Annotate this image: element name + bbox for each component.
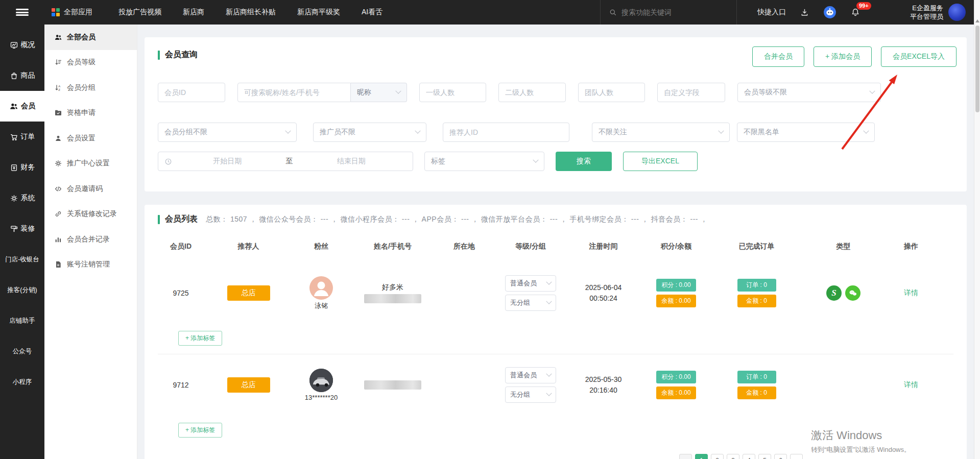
two-users-icon <box>9 102 18 111</box>
pagination-page[interactable]: 5 <box>758 454 771 459</box>
sidebar-item-system[interactable]: 系统 <box>0 183 44 213</box>
scrollbar-thumb[interactable] <box>975 26 979 112</box>
column-header: 所在地 <box>453 242 475 251</box>
download-icon[interactable] <box>800 8 809 17</box>
referrer-id-input[interactable] <box>449 128 563 136</box>
submenu-label: 全部会员 <box>67 33 95 42</box>
sidebar-item-goods[interactable]: 商品 <box>0 60 44 91</box>
submenu-merge-log[interactable]: 会员合并记录 <box>44 227 137 252</box>
submenu-relation-log[interactable]: 关系链修改记录 <box>44 202 137 227</box>
wechat-icon <box>845 285 861 301</box>
sidebar-item-member[interactable]: 会员 <box>0 91 44 122</box>
topnav-item[interactable]: 新店商 <box>183 8 204 17</box>
yuan-book-icon <box>10 163 18 172</box>
date-range-picker[interactable]: 开始日期 至 结束日期 <box>158 152 413 171</box>
keyword-type-value: 昵称 <box>357 88 371 97</box>
sidebar-item-decorate[interactable]: 装修 <box>0 213 44 244</box>
sidebar-item-pos[interactable]: 门店-收银台 <box>0 244 44 275</box>
member-id-input[interactable] <box>164 88 219 96</box>
member-group-select[interactable]: 无分组 <box>505 386 556 403</box>
pagination-next[interactable]: › <box>790 454 803 459</box>
start-date-placeholder[interactable]: 开始日期 <box>172 157 283 166</box>
member-level-select[interactable]: 会员等级不限 <box>737 83 881 102</box>
submenu-member-setting[interactable]: 会员设置 <box>44 126 137 151</box>
sidebar-item-official-account[interactable]: 公众号 <box>0 336 44 367</box>
submenu-member-group[interactable]: AZ 会员分组 <box>44 75 137 101</box>
member-level-select[interactable]: 普通会员 <box>505 367 556 383</box>
follow-select[interactable]: 不限关注 <box>592 123 730 142</box>
topnav-item[interactable]: 投放广告视频 <box>118 8 161 17</box>
shopping-bag-icon <box>10 71 18 80</box>
submenu-invite-code[interactable]: 会员邀请码 <box>44 176 137 202</box>
sidebar-label: 公众号 <box>13 347 32 356</box>
quick-entry-link[interactable]: 快捷入口 <box>757 8 786 17</box>
tag-select[interactable]: 标签 <box>424 152 544 171</box>
notification-badge: 99+ <box>856 2 871 10</box>
end-date-placeholder[interactable]: 结束日期 <box>296 157 407 166</box>
add-tag-button[interactable]: + 添加标签 <box>178 331 222 346</box>
topnav-item[interactable]: 新店商组长补贴 <box>226 8 276 17</box>
sidebar-item-order[interactable]: 订单 <box>0 122 44 152</box>
avatar[interactable] <box>948 4 966 21</box>
hamburger-menu-icon[interactable] <box>0 8 44 17</box>
account-menu[interactable]: E企盈服务 平台管理员 <box>910 4 966 21</box>
level2-count-input[interactable] <box>505 88 559 96</box>
search-input[interactable] <box>622 8 719 16</box>
detail-link[interactable]: 详情 <box>904 288 918 298</box>
submenu-member-level[interactable]: 会员等级 <box>44 50 137 76</box>
level1-count-input[interactable] <box>426 88 480 96</box>
submenu-all-members[interactable]: 全部会员 <box>44 25 137 50</box>
pagination-prev[interactable]: ‹ <box>679 454 692 459</box>
sidebar-label: 店铺助手 <box>10 317 35 325</box>
chevron-down-icon <box>546 299 552 304</box>
detail-link[interactable]: 详情 <box>904 380 918 390</box>
all-apps-button[interactable]: 全部应用 <box>52 8 92 17</box>
custom-field-input[interactable] <box>664 88 719 96</box>
blacklist-select[interactable]: 不限黑名单 <box>737 123 875 142</box>
vertical-scrollbar[interactable] <box>974 0 980 459</box>
promoter-select[interactable]: 推广员不限 <box>313 123 426 142</box>
topnav-item[interactable]: 新店商平级奖 <box>297 8 340 17</box>
submenu-promotion-setting[interactable]: 推广中心设置 <box>44 151 137 177</box>
sidebar-item-finance[interactable]: 财务 <box>0 152 44 183</box>
submenu-account-cancel[interactable]: 账号注销管理 <box>44 252 137 278</box>
team-count-input[interactable] <box>585 88 638 96</box>
pagination-page[interactable]: 1 <box>695 454 708 459</box>
sidebar-item-shop-assistant[interactable]: 店铺助手 <box>0 305 44 336</box>
sidebar-item-distribution[interactable]: 推客(分销) <box>0 275 44 305</box>
member-avatar[interactable] <box>309 369 333 392</box>
pagination-page[interactable]: 4 <box>743 454 755 459</box>
export-excel-button[interactable]: 导出EXCEL <box>623 152 698 171</box>
keyword-input[interactable] <box>244 88 344 96</box>
add-tag-button[interactable]: + 添加标签 <box>178 423 222 438</box>
notifications-bell-icon[interactable]: 99+ <box>850 7 861 17</box>
row-divider <box>158 354 953 354</box>
pagination-page[interactable]: 3 <box>727 454 739 459</box>
referrer-button[interactable]: 总店 <box>227 285 270 301</box>
merge-member-button[interactable]: 合并会员 <box>752 46 804 67</box>
search-button[interactable]: 搜索 <box>556 152 612 171</box>
submenu-label: 关系链修改记录 <box>67 209 117 219</box>
add-member-button[interactable]: + 添加会员 <box>814 46 872 67</box>
pagination-page[interactable]: 6 <box>774 454 787 459</box>
topnav-item[interactable]: AI看舌 <box>362 8 383 17</box>
keyword-type-select[interactable]: 昵称 <box>351 83 407 102</box>
member-group-select[interactable]: 会员分组不限 <box>158 123 297 142</box>
orders-cell: 订单 : 0 金额 : 0 <box>737 279 776 307</box>
submenu-qualification[interactable]: 资格申请 <box>44 101 137 126</box>
member-group-select[interactable]: 无分组 <box>505 295 556 311</box>
clock-icon <box>164 158 172 165</box>
member-group-value: 会员分组不限 <box>164 128 207 137</box>
member-avatar[interactable] <box>309 276 333 300</box>
referrer-button[interactable]: 总店 <box>227 377 270 393</box>
register-date: 2025-06-04 <box>585 282 622 293</box>
list-header: 会员列表 总数： 1507 ， 微信公众号会员： --- ， 微信小程序会员： … <box>158 214 953 225</box>
member-excel-import-button[interactable]: 会员EXCEL导入 <box>881 46 957 67</box>
sidebar-item-miniprogram[interactable]: 小程序 <box>0 367 44 397</box>
pagination-page[interactable]: 2 <box>711 454 724 459</box>
member-level-select[interactable]: 普通会员 <box>505 275 556 292</box>
sidebar-item-overview[interactable]: 概况 <box>0 30 44 60</box>
submenu-label: 推广中心设置 <box>67 159 110 168</box>
assistant-robot-icon[interactable] <box>823 6 836 19</box>
scrollbar-up-arrow-icon[interactable] <box>975 19 979 22</box>
